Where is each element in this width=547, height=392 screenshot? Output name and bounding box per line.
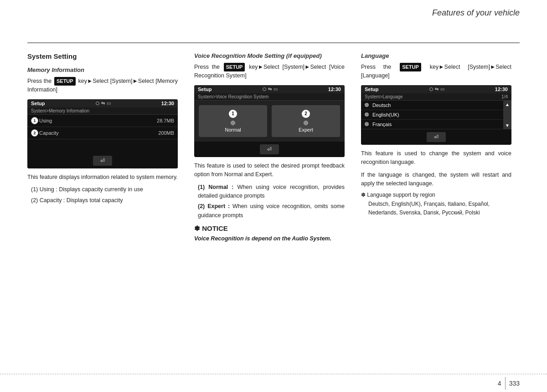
vr-list-2: (2) Expert : When using voice recognitio… (198, 202, 345, 220)
lang-page-num: 1/4 (501, 94, 508, 99)
lang-label-english: English(UK) (372, 112, 399, 117)
num-2: 2 (31, 129, 38, 137)
vr-option-expert[interactable]: 2 Expert (272, 105, 340, 137)
notice-text: Voice Recognition is depend on the Audio… (194, 234, 345, 243)
vr-option1-num: 1 (229, 110, 237, 118)
lang-screen-time: 12:30 (495, 87, 508, 92)
language-title: Language (361, 52, 511, 59)
screen-row-using: 1 Using 28.7MB (27, 115, 178, 127)
lang-icon-arrows: ⇆ (435, 87, 439, 92)
using-label: 1 Using (31, 117, 52, 124)
vr-screen-header: Setup ⇆ ▭ 12:30 (194, 85, 345, 93)
vr-screen-footer: ⏎ (194, 142, 345, 157)
lang-screen-icons: ⇆ ▭ (429, 87, 444, 92)
vr-options-container: 1 Normal 2 Expert (194, 101, 345, 142)
capacity-value: 200MB (158, 130, 174, 136)
vr-icon-arrows: ⇆ (268, 87, 272, 92)
using-value: 28.7MB (157, 118, 174, 123)
lang-scrollbar: ▲ ▼ (503, 101, 511, 129)
lang-label-francais: Français (372, 122, 392, 127)
back-button-1[interactable]: ⏎ (93, 156, 112, 166)
lang-subpath: System>Language (365, 94, 403, 99)
lang-row-deutsch[interactable]: Deutsch (361, 101, 503, 110)
lang-body: Deutsch English(UK) Français ▲ ▼ (361, 101, 511, 129)
main-content: System Setting Memory Information Press … (27, 43, 520, 374)
vr-press-instruction: Press the SETUP key►Select [System]►Sele… (194, 63, 345, 81)
vr-screen-title: Setup (198, 87, 212, 92)
footer-page-sub: 333 (509, 380, 520, 387)
lang-icon-box: ▭ (440, 87, 444, 92)
vr-icon-box: ▭ (274, 87, 278, 92)
lang-icon-dot (429, 87, 433, 91)
footer-divider (505, 377, 506, 390)
vr-radio-2 (304, 121, 308, 125)
col-voice-recognition: Voice Recognition Mode Setting (if equip… (186, 43, 353, 374)
select-system-1: Select [System] (93, 78, 132, 84)
key-label: key (78, 78, 87, 84)
vr-list-1: (1) Normal : When using voice recognitio… (198, 183, 345, 201)
vr-title: Voice Recognition Mode Setting (if equip… (194, 52, 345, 59)
screen-icon-circle (96, 102, 99, 105)
lang-row-francais[interactable]: Français (361, 120, 503, 129)
screen-icons-1: ⇆ ▭ (96, 101, 111, 106)
memory-press-instruction: Press the SETUP key►Select [System]►Sele… (27, 77, 178, 95)
screen-header-1: Setup ⇆ ▭ 12:30 (27, 99, 178, 107)
lang-radio-2 (365, 112, 369, 117)
vr-body-text: This feature is used to select the desir… (194, 162, 345, 179)
num-1: 1 (31, 117, 38, 124)
lang-select-system: Select [System] (444, 64, 490, 70)
vr-select-system: Select [System] (263, 64, 304, 70)
vr-screen: Setup ⇆ ▭ 12:30 System>Voice Recognition… (194, 85, 345, 157)
lang-row-english[interactable]: English(UK) (361, 110, 503, 120)
lang-key-label: key (430, 64, 439, 70)
screen-subpath-1: System>Memory Information (27, 107, 178, 115)
footer-page-num: 4 (498, 380, 501, 387)
lang-back-button[interactable]: ⏎ (427, 132, 446, 142)
page-title: Features of your vehicle (432, 8, 520, 18)
vr-option1-label: Normal (225, 127, 241, 132)
lang-note-detail: Deutsch, English(UK), Français, Italiano… (368, 200, 511, 217)
vr-option-normal[interactable]: 1 Normal (199, 105, 267, 137)
scroll-up-icon[interactable]: ▲ (505, 102, 510, 107)
screen-time-1: 12:30 (161, 101, 174, 106)
col-language: Language Press the SETUP key►Select [Sys… (353, 43, 520, 374)
screen-icon-arrows: ⇆ (101, 101, 105, 106)
vr-option2-num: 2 (302, 110, 310, 118)
lang-note-title: ✽ Language support by region (361, 192, 511, 198)
col-system-setting: System Setting Memory Information Press … (27, 43, 186, 374)
setup-badge-3: SETUP (400, 63, 421, 71)
lang-screen-title: Setup (365, 87, 379, 92)
memory-info-title: Memory Information (27, 66, 178, 73)
vr-option2-label: Expert (299, 127, 313, 132)
lang-screen-footer: ⏎ (361, 129, 511, 145)
press-label: Press the (27, 78, 52, 84)
screen-title-1: Setup (31, 101, 45, 106)
page-footer: 4 333 (0, 374, 547, 392)
page-header: Features of your vehicle (0, 0, 547, 43)
memory-body-text: This feature displays information relate… (27, 173, 178, 182)
vr-screen-subpath: System>Voice Recognition System (194, 93, 345, 101)
lang-body-text1: This feature is used to change the syste… (361, 149, 511, 167)
screen-row-capacity: 2 Capacity 200MB (27, 127, 178, 139)
screen-footer-1: ⏎ (27, 153, 178, 168)
lang-body-text2: If the language is changed, the system w… (361, 171, 511, 188)
memory-list-2: (2) Capacity : Displays total capacity (31, 196, 178, 205)
scroll-down-icon[interactable]: ▼ (505, 123, 510, 128)
lang-label-deutsch: Deutsch (372, 102, 391, 108)
screen-icon-box: ▭ (107, 101, 111, 106)
vr-screen-icons: ⇆ ▭ (263, 87, 278, 92)
lang-screen-header: Setup ⇆ ▭ 12:30 (361, 85, 511, 93)
lang-list: Deutsch English(UK) Français (361, 101, 503, 129)
vr-list2-title: (2) Expert : (198, 203, 230, 209)
capacity-label: 2 Capacity (31, 129, 59, 137)
memory-list-1: (1) Using : Displays capacity currently … (31, 185, 178, 194)
vr-radio-1 (231, 121, 235, 125)
vr-back-button[interactable]: ⏎ (260, 144, 279, 154)
vr-screen-time: 12:30 (328, 87, 341, 92)
lang-radio-3 (365, 122, 369, 126)
lang-press-label: Press the (361, 64, 391, 70)
vr-list1-title: (1) Normal : (198, 184, 233, 190)
vr-key-label: key (249, 64, 258, 70)
vr-press-label: Press the (194, 64, 220, 70)
lang-subpath-row: System>Language 1/4 (361, 93, 511, 101)
